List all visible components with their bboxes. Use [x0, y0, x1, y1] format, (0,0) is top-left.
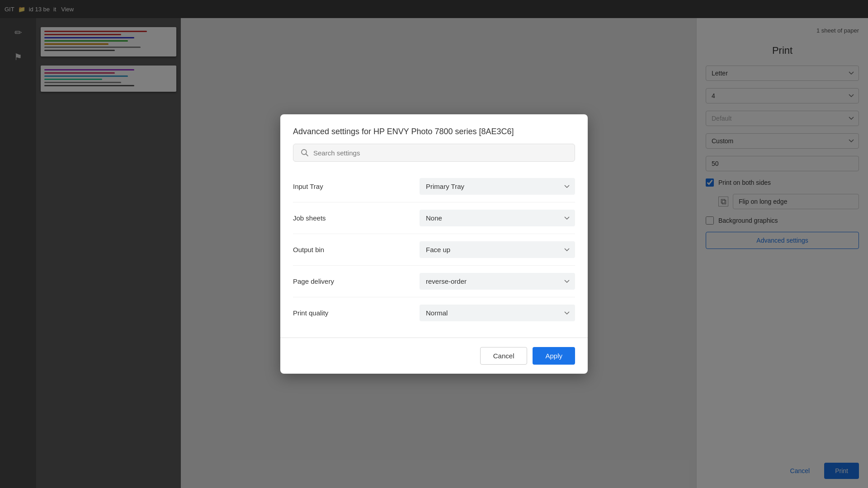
output-bin-select[interactable]: Face up Face down: [420, 241, 575, 258]
search-box: [293, 144, 575, 162]
input-tray-label: Input Tray: [293, 183, 420, 190]
print-quality-label: Print quality: [293, 309, 420, 317]
modal-overlay: Advanced settings for HP ENVY Photo 7800…: [0, 0, 868, 488]
input-tray-control: Primary Tray Automatic Manual Feed: [420, 178, 575, 195]
job-sheets-label: Job sheets: [293, 214, 420, 222]
input-tray-row: Input Tray Primary Tray Automatic Manual…: [293, 171, 575, 202]
search-icon: [301, 149, 309, 157]
search-input[interactable]: [313, 149, 567, 157]
job-sheets-select[interactable]: None Standard Classified Confidential: [420, 210, 575, 226]
print-quality-select[interactable]: Normal Draft Best: [420, 305, 575, 321]
output-bin-label: Output bin: [293, 246, 420, 253]
advanced-settings-dialog: Advanced settings for HP ENVY Photo 7800…: [280, 114, 588, 374]
dialog-cancel-button[interactable]: Cancel: [480, 347, 528, 365]
dialog-header: Advanced settings for HP ENVY Photo 7800…: [280, 114, 588, 144]
dialog-settings-body: Input Tray Primary Tray Automatic Manual…: [280, 171, 588, 338]
job-sheets-control: None Standard Classified Confidential: [420, 210, 575, 226]
dialog-title: Advanced settings for HP ENVY Photo 7800…: [293, 127, 575, 136]
page-delivery-label: Page delivery: [293, 277, 420, 285]
dialog-footer: Cancel Apply: [280, 338, 588, 374]
print-quality-row: Print quality Normal Draft Best: [293, 297, 575, 328]
print-quality-control: Normal Draft Best: [420, 305, 575, 321]
search-section: [293, 144, 575, 162]
svg-line-1: [306, 154, 308, 156]
output-bin-control: Face up Face down: [420, 241, 575, 258]
input-tray-select[interactable]: Primary Tray Automatic Manual Feed: [420, 178, 575, 195]
dialog-apply-button[interactable]: Apply: [533, 347, 575, 365]
page-delivery-row: Page delivery reverse-order normal-order: [293, 266, 575, 297]
output-bin-row: Output bin Face up Face down: [293, 234, 575, 266]
page-delivery-select[interactable]: reverse-order normal-order: [420, 273, 575, 290]
job-sheets-row: Job sheets None Standard Classified Conf…: [293, 202, 575, 234]
page-delivery-control: reverse-order normal-order: [420, 273, 575, 290]
